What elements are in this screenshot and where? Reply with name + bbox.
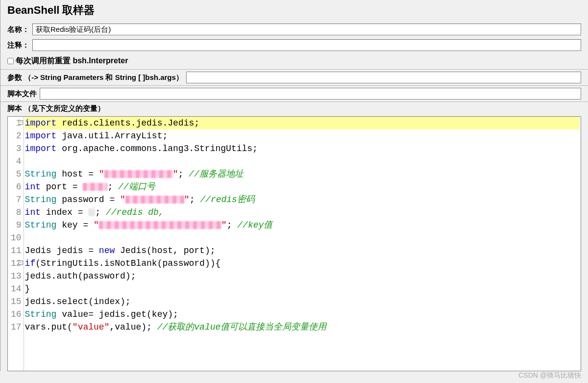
panel-title: BeanShell 取样器 bbox=[7, 3, 581, 18]
comment-label: 注释： bbox=[7, 41, 29, 50]
beanshell-sampler-panel: BeanShell 取样器 名称： 注释： 每次调用前重置 bsh.Interp… bbox=[0, 0, 588, 371]
redacted-value bbox=[88, 208, 95, 216]
line-gutter: 1−23456789101112−1314151617 bbox=[8, 117, 24, 371]
reset-interpreter-checkbox[interactable] bbox=[7, 58, 14, 64]
script-label-row: 脚本 （见下文所定义的变量） bbox=[0, 102, 588, 115]
redacted-value bbox=[125, 196, 184, 204]
script-file-input[interactable] bbox=[40, 88, 581, 100]
script-label: 脚本 （见下文所定义的变量） bbox=[7, 104, 105, 112]
redacted-value bbox=[83, 183, 107, 191]
params-label: 参数 （-> String Parameters 和 String [ ]bsh… bbox=[7, 73, 183, 82]
redacted-value bbox=[104, 170, 173, 178]
panel-title-row: BeanShell 取样器 bbox=[0, 0, 588, 22]
reset-interpreter-label: 每次调用前重置 bsh.Interpreter bbox=[16, 56, 128, 66]
script-file-label: 脚本文件 bbox=[7, 89, 37, 99]
code-area[interactable]: import redis.clients.jedis.Jedis;import … bbox=[24, 117, 581, 371]
fold-marker-icon[interactable]: − bbox=[19, 260, 23, 265]
comment-row: 注释： bbox=[0, 37, 588, 53]
fold-marker-icon[interactable]: − bbox=[19, 120, 23, 125]
name-row: 名称： bbox=[0, 22, 588, 37]
params-input[interactable] bbox=[186, 72, 581, 83]
reset-row: 每次调用前重置 bsh.Interpreter bbox=[0, 53, 588, 69]
name-label: 名称： bbox=[7, 25, 29, 34]
script-file-row: 脚本文件 bbox=[0, 85, 588, 102]
redacted-value bbox=[99, 221, 221, 229]
name-input[interactable] bbox=[32, 24, 581, 35]
script-editor[interactable]: 1−23456789101112−1314151617 import redis… bbox=[7, 116, 581, 371]
comment-input[interactable] bbox=[32, 39, 581, 51]
params-row: 参数 （-> String Parameters 和 String [ ]bsh… bbox=[0, 69, 588, 85]
